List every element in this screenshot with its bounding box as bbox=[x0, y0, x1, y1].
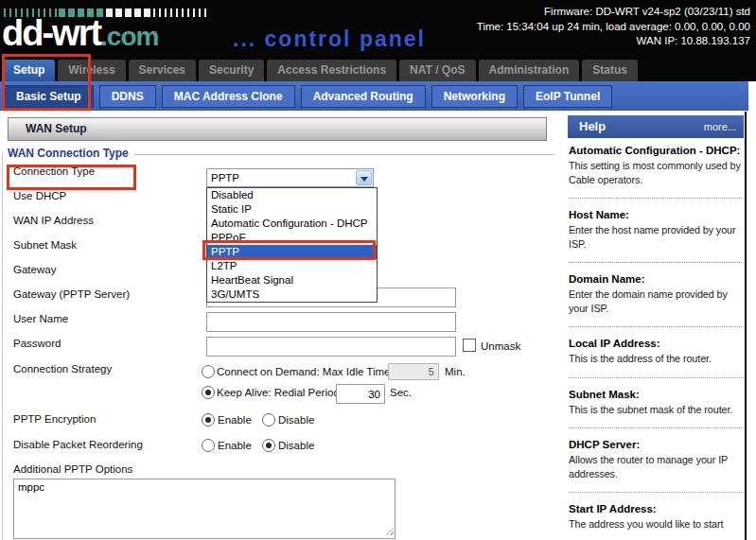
connection-type-select[interactable]: PPTP bbox=[206, 168, 374, 187]
keep-alive-label: Keep Alive: Redial Period bbox=[217, 387, 340, 398]
wan-connection-type-group: WAN Connection Type bbox=[8, 147, 554, 160]
help-heading: Domain Name: bbox=[569, 273, 744, 285]
subtab-networking[interactable]: Networking bbox=[431, 85, 518, 108]
option-disabled[interactable]: Disabled bbox=[207, 188, 377, 202]
select-value: PPTP bbox=[211, 172, 239, 183]
subnet-mask-label: Subnet Mask bbox=[13, 239, 77, 251]
subtab-ddns[interactable]: DDNS bbox=[99, 85, 156, 108]
connect-on-demand-label: Connect on Demand: Max Idle Time bbox=[217, 366, 390, 377]
help-separator bbox=[569, 326, 744, 327]
subtab-mac-address-clone[interactable]: MAC Address Clone bbox=[162, 85, 295, 108]
packet-reordering-enable-radio[interactable] bbox=[202, 439, 215, 452]
annotation-box-pptp-option bbox=[202, 240, 376, 260]
gateway-pptp-server-label: Gateway (PPTP Server) bbox=[13, 288, 130, 300]
firmware-info: Firmware: DD-WRT v24-sp2 (03/23/11) std bbox=[477, 5, 750, 20]
group-rule bbox=[134, 154, 554, 160]
help-separator bbox=[569, 377, 744, 378]
user-name-input[interactable] bbox=[206, 312, 456, 332]
help-heading: Subnet Mask: bbox=[569, 389, 744, 400]
tab-administration[interactable]: Administration bbox=[479, 60, 580, 81]
system-info: Firmware: DD-WRT v24-sp2 (03/23/11) std … bbox=[477, 5, 750, 49]
connect-on-demand-radio[interactable] bbox=[202, 365, 215, 378]
help-right-border bbox=[745, 112, 747, 540]
help-heading: Automatic Configuration - DHCP: bbox=[569, 145, 744, 156]
packet-reordering-enable-label: Enable bbox=[218, 440, 252, 451]
help-text: The address you would like to start bbox=[569, 517, 744, 531]
tab-nat-qos[interactable]: NAT / QoS bbox=[399, 60, 475, 81]
help-heading: Local IP Address: bbox=[569, 338, 744, 349]
subtab-advanced-routing[interactable]: Advanced Routing bbox=[301, 85, 426, 108]
sec-unit-label: Sec. bbox=[390, 387, 412, 398]
additional-pptp-options-textarea[interactable]: mppc bbox=[13, 479, 396, 539]
unmask-label: Unmask bbox=[481, 340, 520, 352]
pptp-encryption-enable-radio[interactable] bbox=[202, 413, 215, 427]
help-text: This is the address of the router. bbox=[569, 352, 744, 366]
logo-text-ddwrt: dd-wrt bbox=[2, 13, 100, 53]
help-text: This is the subnet mask of the router. bbox=[569, 403, 744, 417]
dd-wrt-logo: dd-wrt.com bbox=[2, 13, 158, 54]
packet-reordering-disable-label: Disable bbox=[278, 440, 314, 451]
pptp-encryption-disable-label: Disable bbox=[278, 414, 314, 426]
option-l2tp[interactable]: L2TP bbox=[207, 259, 377, 273]
time-info: Time: 15:34:04 up 24 min, load average: … bbox=[477, 20, 750, 35]
option-heartbeat-signal[interactable]: HeartBeat Signal bbox=[207, 273, 377, 287]
pptp-encryption-enable-label: Enable bbox=[218, 414, 252, 426]
help-heading: Host Name: bbox=[569, 209, 744, 220]
wan-setup-section-header: WAN Setup bbox=[8, 117, 547, 141]
help-panel-body: Automatic Configuration - DHCP: This set… bbox=[569, 145, 744, 531]
pptp-encryption-label: PPTP Encryption bbox=[13, 413, 96, 425]
option-3g-umts[interactable]: 3G/UMTS bbox=[207, 287, 377, 302]
help-text: Enter the domain name provided by your I… bbox=[569, 287, 744, 315]
help-title: Help bbox=[579, 119, 606, 133]
disable-packet-reordering-label: Disable Packet Reordering bbox=[13, 439, 143, 450]
annotation-box-connection-type bbox=[7, 165, 136, 190]
user-name-label: User Name bbox=[13, 313, 68, 324]
help-text: This setting is most commonly used by Ca… bbox=[569, 159, 744, 186]
packet-reordering-disable-radio[interactable] bbox=[262, 439, 275, 452]
unmask-checkbox[interactable] bbox=[463, 339, 476, 352]
help-separator bbox=[569, 427, 744, 428]
tab-status[interactable]: Status bbox=[582, 60, 638, 81]
help-more-link[interactable]: more... bbox=[704, 121, 736, 132]
group-title: WAN Connection Type bbox=[8, 147, 129, 160]
help-separator bbox=[569, 492, 744, 493]
option-static-ip[interactable]: Static IP bbox=[207, 202, 377, 217]
redial-period-input[interactable] bbox=[336, 384, 385, 404]
help-text: Allows the router to manage your IP addr… bbox=[569, 453, 744, 480]
option-automatic-configuration-dhcp[interactable]: Automatic Configuration - DHCP bbox=[207, 217, 377, 231]
password-label: Password bbox=[13, 338, 62, 349]
help-heading: DHCP Server: bbox=[569, 439, 744, 450]
help-separator bbox=[569, 262, 744, 263]
wan-ip-address-label: WAN IP Address bbox=[13, 215, 94, 226]
additional-pptp-options-label: Additional PPTP Options bbox=[13, 463, 132, 475]
tab-services[interactable]: Services bbox=[129, 60, 196, 81]
dd-wrt-control-panel: dd-wrt.com ... control panel Firmware: D… bbox=[0, 0, 756, 540]
subtab-eoip-tunnel[interactable]: EoIP Tunnel bbox=[523, 85, 612, 108]
chevron-down-icon[interactable] bbox=[356, 170, 372, 185]
keep-alive-radio[interactable] bbox=[202, 386, 215, 399]
control-panel-tagline: ... control panel bbox=[233, 26, 426, 52]
min-unit-label: Min. bbox=[445, 366, 466, 377]
help-separator bbox=[569, 198, 744, 199]
use-dhcp-label: Use DHCP bbox=[13, 190, 66, 201]
help-panel-header: Help more... bbox=[568, 115, 744, 138]
annotation-box-setup-basic-setup bbox=[2, 54, 91, 111]
help-heading: Start IP Address: bbox=[569, 503, 744, 514]
group-left-rule bbox=[2, 153, 3, 540]
connection-strategy-label: Connection Strategy bbox=[13, 363, 112, 375]
header: dd-wrt.com ... control panel Firmware: D… bbox=[0, 0, 756, 81]
tab-security[interactable]: Security bbox=[199, 60, 264, 81]
tab-access-restrictions[interactable]: Access Restrictions bbox=[267, 60, 396, 81]
main-nav-tabs: Setup Wireless Services Security Access … bbox=[0, 59, 756, 81]
gateway-label: Gateway bbox=[13, 264, 56, 275]
help-text: Enter the host name provided by your ISP… bbox=[569, 223, 744, 251]
logo-text-com: .com bbox=[100, 22, 158, 51]
max-idle-time-input[interactable] bbox=[388, 363, 439, 380]
sub-nav-tabs: Basic Setup DDNS MAC Address Clone Advan… bbox=[0, 81, 748, 111]
pptp-encryption-disable-radio[interactable] bbox=[262, 413, 275, 427]
password-input[interactable] bbox=[206, 337, 456, 357]
wan-ip-info: WAN IP: 10.88.193.137 bbox=[477, 34, 750, 49]
